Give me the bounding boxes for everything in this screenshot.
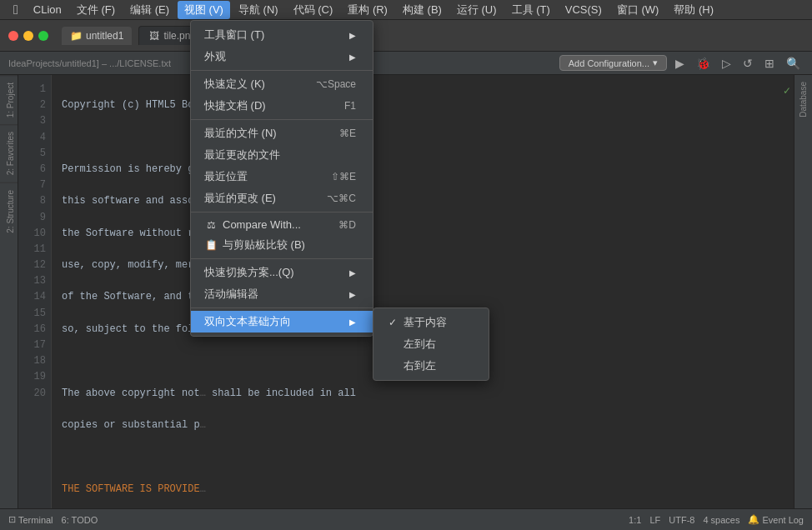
- menubar-refactor[interactable]: 重构 (R): [341, 1, 394, 19]
- submenu-arrow: ▶: [349, 31, 356, 40]
- bidi-label-content: 基于内容: [403, 315, 447, 330]
- menu-item-recentchanged[interactable]: 最近更改的文件: [191, 144, 373, 166]
- shortcut-recentfiles: ⌘E: [323, 128, 356, 139]
- menubar-view[interactable]: 视图 (V): [178, 1, 230, 19]
- menu-item-activeeditor[interactable]: 活动编辑器 ▶: [191, 283, 373, 305]
- menubar-file[interactable]: 文件 (F): [70, 1, 122, 19]
- menu-item-switcher[interactable]: 快速切换方案...(Q) ▶: [191, 262, 373, 283]
- menu-separator: [191, 70, 373, 71]
- menu-overlay[interactable]: 工具窗口 (T) ▶ 外观 ▶ 快速定义 (K) ⌥Space 快捷文档 (D)…: [0, 20, 812, 530]
- bidi-submenu: ✓ 基于内容 ✓ 左到右 ✓ 右到左: [373, 308, 489, 381]
- shortcut-recentloc: ⇧⌘E: [314, 171, 356, 182]
- menu-item-quickdef[interactable]: 快速定义 (K) ⌥Space: [191, 73, 373, 95]
- menu-label-appearance: 外观: [204, 49, 226, 64]
- menu-item-recentfiles[interactable]: 最近的文件 (N) ⌘E: [191, 122, 373, 144]
- shortcut-recentchange: ⌥⌘C: [310, 192, 356, 204]
- bidi-item-content[interactable]: ✓ 基于内容: [373, 312, 489, 333]
- menu-item-toolwindows[interactable]: 工具窗口 (T) ▶: [191, 24, 373, 46]
- shortcut-quickdef: ⌥Space: [299, 78, 356, 90]
- submenu-arrow: ▶: [349, 290, 356, 299]
- menu-separator: [191, 308, 373, 308]
- menu-label-compare: Compare With...: [223, 218, 301, 231]
- menu-label-quickdef: 快速定义 (K): [204, 77, 265, 92]
- menu-item-recentchange[interactable]: 最近的更改 (E) ⌥⌘C: [191, 188, 373, 209]
- menu-label-recentchanged: 最近更改的文件: [204, 148, 280, 162]
- apple-menu[interactable]: : [7, 2, 25, 18]
- shortcut-quickdoc: F1: [328, 100, 356, 112]
- menu-separator: [191, 258, 373, 259]
- check-icon-content: ✓: [387, 317, 398, 328]
- menu-label-recentchange: 最近的更改 (E): [204, 191, 276, 206]
- menubar-nav[interactable]: 导航 (N): [232, 1, 285, 19]
- menubar-clion[interactable]: CLion: [27, 2, 68, 18]
- view-menu: 工具窗口 (T) ▶ 外观 ▶ 快速定义 (K) ⌥Space 快捷文档 (D)…: [190, 20, 373, 337]
- menubar-tools[interactable]: 工具 (T): [505, 1, 557, 19]
- menu-label-bidi: 双向文本基础方向: [204, 314, 291, 329]
- menu-item-appearance[interactable]: 外观 ▶: [191, 46, 373, 68]
- bidi-item-rtl[interactable]: ✓ 右到左: [373, 355, 489, 377]
- menu-label-toolwindows: 工具窗口 (T): [204, 28, 264, 42]
- menubar-code[interactable]: 代码 (C): [287, 1, 340, 19]
- menu-separator: [191, 119, 373, 120]
- submenu-arrow: ▶: [349, 268, 356, 278]
- bidi-label-rtl: 右到左: [403, 358, 436, 373]
- menu-label-recentfiles: 最近的文件 (N): [204, 126, 277, 141]
- menu-item-quickdoc[interactable]: 快捷文档 (D) F1: [191, 95, 373, 117]
- menu-bar:  CLion 文件 (F) 编辑 (E) 视图 (V) 导航 (N) 代码 (…: [0, 0, 812, 20]
- menu-label-quickdoc: 快捷文档 (D): [204, 98, 266, 113]
- menu-item-compare[interactable]: ⚖ Compare With... ⌘D: [191, 215, 373, 234]
- menu-item-recentloc[interactable]: 最近位置 ⇧⌘E: [191, 166, 373, 188]
- menu-item-compareclip[interactable]: 📋 与剪贴板比较 (B): [191, 234, 373, 256]
- submenu-arrow: ▶: [349, 52, 356, 62]
- bidi-label-ltr: 左到右: [403, 337, 436, 352]
- menubar-build[interactable]: 构建 (B): [396, 1, 449, 19]
- menubar-window[interactable]: 窗口 (W): [610, 1, 666, 19]
- menubar-edit[interactable]: 编辑 (E): [123, 1, 176, 19]
- compare-icon: ⚖: [204, 219, 218, 231]
- menubar-run[interactable]: 运行 (U): [450, 1, 504, 19]
- submenu-arrow: ▶: [349, 318, 356, 327]
- menubar-vcs[interactable]: VCS(S): [559, 2, 609, 18]
- menu-separator: [191, 212, 373, 212]
- shortcut-compare: ⌘D: [322, 219, 356, 231]
- menubar-help[interactable]: 帮助 (H): [667, 1, 720, 19]
- menu-item-bidi[interactable]: 双向文本基础方向 ▶ ✓ 基于内容 ✓ 左到右 ✓ 右到左: [191, 311, 373, 332]
- bidi-item-ltr[interactable]: ✓ 左到右: [373, 333, 489, 355]
- compare-clip-icon: 📋: [204, 239, 218, 251]
- menu-label-switcher: 快速切换方案...(Q): [204, 265, 294, 280]
- menu-label-activeeditor: 活动编辑器: [204, 287, 258, 302]
- menu-label-compareclip: 与剪贴板比较 (B): [223, 238, 305, 252]
- menu-label-recentloc: 最近位置: [204, 169, 248, 184]
